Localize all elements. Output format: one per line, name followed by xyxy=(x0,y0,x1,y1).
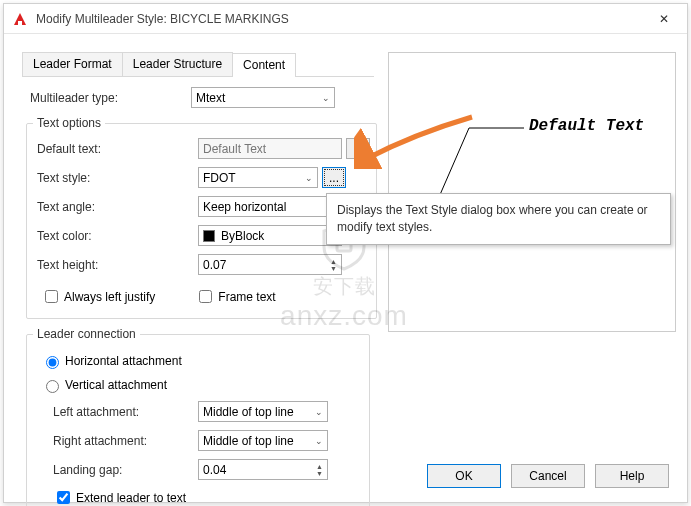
landing-gap-label: Landing gap: xyxy=(33,463,198,477)
cancel-button[interactable]: Cancel xyxy=(511,464,585,488)
row-default-text: Default text: ... xyxy=(33,138,370,159)
row-text-style: Text style: FDOT ⌄ ... xyxy=(33,167,370,188)
tab-strip: Leader Format Leader Structure Content xyxy=(22,52,374,77)
row-text-angle: Text angle: Keep horizontal ⌄ xyxy=(33,196,370,217)
left-attachment-label: Left attachment: xyxy=(33,405,198,419)
leader-connection-group: Leader connection Horizontal attachment … xyxy=(26,327,370,506)
dialog-buttons: OK Cancel Help xyxy=(427,464,669,488)
text-options-group: Text options Default text: ... Text styl… xyxy=(26,116,377,319)
color-swatch-icon xyxy=(203,230,215,242)
text-height-value: 0.07 xyxy=(203,258,226,272)
left-column: Leader Format Leader Structure Content M… xyxy=(22,52,374,506)
checkbox-icon[interactable] xyxy=(199,290,212,303)
tooltip: Displays the Text Style dialog box where… xyxy=(326,193,671,245)
right-attachment-value: Middle of top line xyxy=(203,434,294,448)
close-button[interactable]: ✕ xyxy=(641,4,687,34)
checkbox-icon[interactable] xyxy=(45,290,58,303)
multileader-type-select[interactable]: Mtext ⌄ xyxy=(191,87,335,108)
landing-gap-value: 0.04 xyxy=(203,463,226,477)
dialog-body: Leader Format Leader Structure Content M… xyxy=(4,34,687,506)
vertical-attachment-label: Vertical attachment xyxy=(65,378,167,392)
text-color-value: ByBlock xyxy=(221,229,264,243)
tab-leader-structure[interactable]: Leader Structure xyxy=(122,52,233,76)
leader-connection-legend: Leader connection xyxy=(33,327,140,341)
default-text-input[interactable] xyxy=(198,138,342,159)
left-attachment-select[interactable]: Middle of top line ⌄ xyxy=(198,401,328,422)
svg-rect-1 xyxy=(18,21,22,25)
row-multileader-type: Multileader type: Mtext ⌄ xyxy=(26,87,370,108)
right-column: Default Text xyxy=(388,52,676,506)
text-style-label: Text style: xyxy=(33,171,198,185)
radio-icon[interactable] xyxy=(46,356,59,369)
checkbox-icon[interactable] xyxy=(57,491,70,504)
row-landing-gap: Landing gap: 0.04 ▲▼ xyxy=(33,459,363,480)
always-left-justify-label: Always left justify xyxy=(64,290,155,304)
ok-button[interactable]: OK xyxy=(427,464,501,488)
text-height-label: Text height: xyxy=(33,258,198,272)
window-title: Modify Multileader Style: BICYCLE MARKIN… xyxy=(36,12,641,26)
spinner-icon[interactable]: ▲▼ xyxy=(316,463,323,477)
frame-text-label: Frame text xyxy=(218,290,275,304)
extend-leader-checkbox[interactable]: Extend leader to text xyxy=(53,488,363,506)
text-color-label: Text color: xyxy=(33,229,198,243)
preview-pane: Default Text xyxy=(388,52,676,332)
text-height-input[interactable]: 0.07 ▲▼ xyxy=(198,254,342,275)
radio-icon[interactable] xyxy=(46,380,59,393)
landing-gap-input[interactable]: 0.04 ▲▼ xyxy=(198,459,328,480)
text-angle-label: Text angle: xyxy=(33,200,198,214)
right-attachment-select[interactable]: Middle of top line ⌄ xyxy=(198,430,328,451)
title-bar: Modify Multileader Style: BICYCLE MARKIN… xyxy=(4,4,687,34)
text-style-select[interactable]: FDOT ⌄ xyxy=(198,167,318,188)
left-attachment-value: Middle of top line xyxy=(203,405,294,419)
chevron-down-icon: ⌄ xyxy=(315,407,323,417)
text-angle-value: Keep horizontal xyxy=(203,200,286,214)
content-panel: Multileader type: Mtext ⌄ Text options D… xyxy=(22,77,374,506)
default-text-browse-button[interactable]: ... xyxy=(346,138,370,159)
text-options-legend: Text options xyxy=(33,116,105,130)
row-right-attachment: Right attachment: Middle of top line ⌄ xyxy=(33,430,363,451)
row-text-height: Text height: 0.07 ▲▼ xyxy=(33,254,370,275)
horizontal-attachment-radio[interactable]: Horizontal attachment xyxy=(41,353,363,369)
chevron-down-icon: ⌄ xyxy=(315,436,323,446)
multileader-type-label: Multileader type: xyxy=(26,91,191,105)
right-attachment-label: Right attachment: xyxy=(33,434,198,448)
vertical-attachment-radio[interactable]: Vertical attachment xyxy=(41,377,363,393)
multileader-type-value: Mtext xyxy=(196,91,225,105)
ellipsis-icon: ... xyxy=(329,171,339,185)
text-angle-select[interactable]: Keep horizontal ⌄ xyxy=(198,196,342,217)
close-icon: ✕ xyxy=(659,12,669,26)
row-text-color: Text color: ByBlock ⌄ xyxy=(33,225,370,246)
frame-text-checkbox[interactable]: Frame text xyxy=(195,287,275,306)
row-left-attachment: Left attachment: Middle of top line ⌄ xyxy=(33,401,363,422)
tab-content[interactable]: Content xyxy=(232,53,296,77)
preview-sample-text: Default Text xyxy=(529,117,644,135)
dialog-window: Modify Multileader Style: BICYCLE MARKIN… xyxy=(3,3,688,503)
always-left-justify-checkbox[interactable]: Always left justify xyxy=(41,287,155,306)
tab-leader-format[interactable]: Leader Format xyxy=(22,52,123,76)
tooltip-text: Displays the Text Style dialog box where… xyxy=(337,203,648,234)
text-style-browse-button[interactable]: ... xyxy=(322,167,346,188)
extend-leader-label: Extend leader to text xyxy=(76,491,186,505)
spinner-icon[interactable]: ▲▼ xyxy=(330,258,337,272)
app-icon xyxy=(12,11,28,27)
ellipsis-icon: ... xyxy=(353,142,363,156)
horizontal-attachment-label: Horizontal attachment xyxy=(65,354,182,368)
text-color-select[interactable]: ByBlock ⌄ xyxy=(198,225,342,246)
default-text-label: Default text: xyxy=(33,142,198,156)
text-style-value: FDOT xyxy=(203,171,236,185)
help-button[interactable]: Help xyxy=(595,464,669,488)
chevron-down-icon: ⌄ xyxy=(322,93,330,103)
chevron-down-icon: ⌄ xyxy=(305,173,313,183)
